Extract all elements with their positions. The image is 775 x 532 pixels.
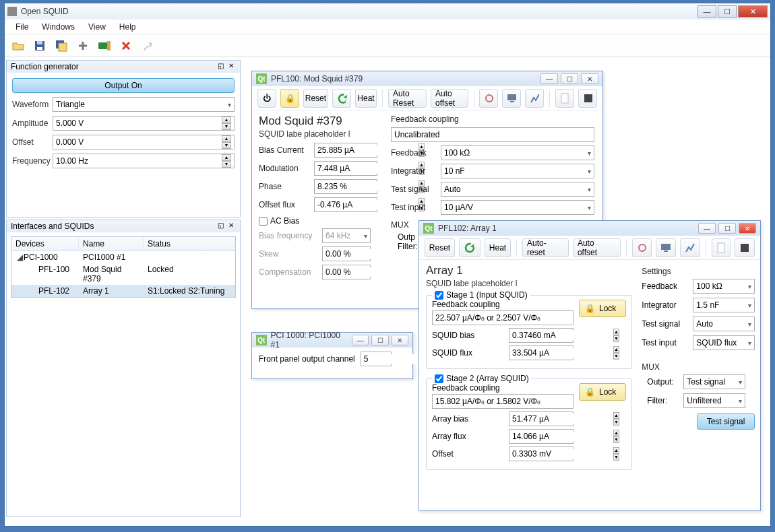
delete-icon[interactable]	[117, 36, 135, 55]
close-panel-icon[interactable]: ✕	[226, 222, 236, 231]
array-flux-spinbox[interactable]: ▲▼	[509, 429, 574, 444]
test-input-combo[interactable]: SQUID flux	[693, 335, 755, 350]
squid-flux-spinbox[interactable]: ▲▼	[509, 345, 574, 360]
offset-spinbox[interactable]: ▲▼	[509, 446, 574, 461]
stage2-checkbox[interactable]	[435, 374, 443, 383]
ac-bias-checkbox[interactable]	[259, 217, 268, 226]
fb1-field[interactable]: 22.507 µA/Φ₀ or 2.2507 V/Φ₀	[432, 310, 574, 325]
svg-rect-1	[37, 47, 42, 50]
board-icon[interactable]	[95, 36, 114, 55]
reset-button[interactable]: Reset	[303, 89, 328, 108]
table-row[interactable]: PFL-102 Array 1 S1:Locked S2:Tuning	[11, 285, 235, 297]
hdr-name[interactable]: Name	[79, 237, 144, 251]
svg-rect-8	[507, 94, 516, 100]
lock-icon[interactable]: 🔒	[280, 89, 299, 108]
save-config-icon[interactable]	[578, 89, 597, 108]
close-button[interactable]: ✕	[392, 335, 408, 345]
save-icon[interactable]	[30, 36, 49, 55]
power-icon[interactable]: ⏻	[257, 89, 276, 108]
test-signal-button[interactable]: Test signal	[697, 413, 755, 430]
hdr-devices[interactable]: Devices	[11, 237, 79, 251]
refresh-icon[interactable]	[459, 238, 480, 257]
tool-icon-1[interactable]	[479, 89, 498, 108]
lock-stage1-button[interactable]: 🔒Lock	[579, 300, 626, 317]
menu-view[interactable]: View	[82, 21, 113, 33]
minimize-button[interactable]: —	[540, 73, 558, 84]
hdr-status[interactable]: Status	[144, 237, 235, 251]
undock-icon[interactable]: ◱	[216, 62, 225, 71]
integrator-combo[interactable]: 1.5 nF	[693, 298, 755, 312]
waveform-label: Waveform	[12, 100, 53, 109]
modulation-spinbox[interactable]: ▲▼	[314, 161, 377, 176]
add-icon[interactable]	[73, 36, 92, 55]
squid-name: Mod Squid #379	[259, 114, 380, 128]
tool-icon-1[interactable]	[632, 238, 652, 257]
dock-title-label: Function generator	[11, 62, 79, 71]
heat-button[interactable]: Heat	[355, 89, 377, 108]
pfl102-window: Qt PFL102: Array 1 — ☐ ✕ Reset Heat Auto…	[418, 220, 761, 511]
chart-icon[interactable]	[680, 238, 700, 257]
maximize-button[interactable]: ☐	[718, 5, 737, 18]
minimize-button[interactable]: —	[698, 5, 716, 18]
heat-button[interactable]: Heat	[485, 238, 511, 257]
test-signal-combo[interactable]: Auto	[441, 182, 594, 197]
close-panel-icon[interactable]: ✕	[226, 62, 236, 71]
reset-button[interactable]: Reset	[425, 238, 455, 257]
fb2-field[interactable]: 15.802 µA/Φ₀ or 1.5802 V/Φ₀	[432, 394, 574, 409]
auto-offset-button[interactable]: Auto offset	[431, 89, 468, 108]
close-button[interactable]: ✕	[581, 73, 598, 84]
stage1-checkbox[interactable]	[435, 291, 443, 300]
close-button[interactable]: ✕	[739, 223, 756, 234]
wrench-icon[interactable]	[138, 36, 157, 55]
lock-stage2-button[interactable]: 🔒Lock	[579, 383, 626, 401]
menu-file[interactable]: File	[9, 21, 35, 33]
titlebar: Open SQUID — ☐ ✕	[5, 3, 770, 20]
undock-icon[interactable]: ◱	[216, 222, 225, 231]
auto-reset-button[interactable]: Auto Reset	[388, 89, 427, 108]
array-bias-spinbox[interactable]: ▲▼	[509, 411, 574, 426]
svg-rect-2	[37, 41, 42, 44]
phase-spinbox[interactable]: ▲▼	[314, 179, 377, 194]
maximize-button[interactable]: ☐	[718, 223, 736, 234]
table-row[interactable]: ◢PCI-1000 PCI1000 #1	[11, 251, 235, 263]
auto-offset-button[interactable]: Auto offset	[573, 238, 621, 257]
mux-output-combo[interactable]: Test signal	[683, 374, 745, 389]
squid-bias-spinbox[interactable]: ▲▼	[509, 328, 574, 343]
integrator-combo[interactable]: 10 nF	[441, 164, 594, 178]
frequency-spinbox[interactable]: ▲▼	[53, 154, 235, 168]
feedback-combo[interactable]: 100 kΩ	[693, 279, 755, 294]
stage2-group: Stage 2 (Array SQUID) Feedback coupling …	[426, 378, 632, 470]
waveform-combo[interactable]: Triangle	[53, 97, 235, 112]
monitor-icon[interactable]	[656, 238, 676, 257]
monitor-icon[interactable]	[502, 89, 521, 108]
test-input-combo[interactable]: 10 µA/V	[441, 200, 594, 215]
amplitude-spinbox[interactable]: ▲▼	[53, 116, 235, 131]
menu-windows[interactable]: Windows	[35, 21, 82, 33]
refresh-icon[interactable]	[332, 89, 351, 108]
doc-icon[interactable]	[712, 238, 731, 257]
mux-filter-combo[interactable]: Unfiltered	[683, 393, 745, 408]
minimize-button[interactable]: —	[352, 335, 369, 345]
close-button[interactable]: ✕	[738, 5, 768, 18]
minimize-button[interactable]: —	[698, 223, 716, 234]
table-row[interactable]: PFL-100 Mod Squid #379 Locked	[11, 263, 235, 285]
chart-icon[interactable]	[525, 89, 544, 108]
auto-reset-button[interactable]: Auto-reset	[522, 238, 569, 257]
array-subtitle: SQUID labe placeholder l	[426, 279, 632, 288]
menu-help[interactable]: Help	[113, 21, 143, 33]
save-config-icon[interactable]	[735, 238, 755, 257]
maximize-button[interactable]: ☐	[371, 335, 388, 345]
test-signal-combo[interactable]: Auto	[693, 317, 755, 331]
output-on-button[interactable]: Output On	[12, 78, 235, 93]
save-all-icon[interactable]	[52, 36, 71, 55]
maximize-button[interactable]: ☐	[561, 73, 578, 84]
offset-spinbox[interactable]: ▲▼	[53, 135, 235, 149]
open-icon[interactable]	[9, 36, 28, 55]
feedback-combo[interactable]: 100 kΩ	[441, 145, 594, 160]
doc-icon[interactable]	[555, 89, 574, 108]
front-channel-spinbox[interactable]: ▲▼	[361, 352, 392, 366]
offset-flux-spinbox[interactable]: ▲▼	[314, 197, 377, 212]
bias-current-spinbox[interactable]: ▲▼	[314, 143, 377, 158]
squid-subtitle: SQUID labe placeholder l	[259, 129, 380, 139]
fb-coupling-field[interactable]: Uncalibrated	[391, 127, 594, 142]
